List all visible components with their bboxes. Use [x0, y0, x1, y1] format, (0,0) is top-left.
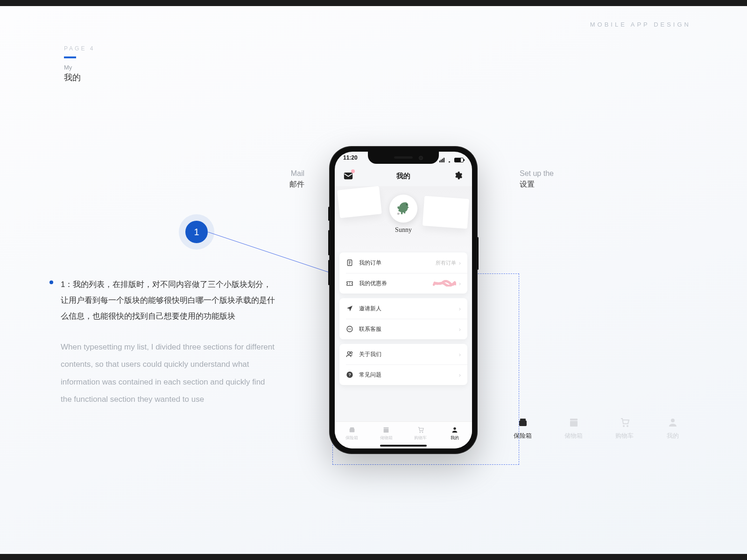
cart-icon: [416, 426, 425, 434]
page-number: PAGE 4: [64, 45, 95, 52]
about-icon: [346, 350, 353, 358]
ext-tab-label: 购物车: [615, 432, 634, 440]
svg-point-9: [348, 329, 349, 329]
battery-icon: [454, 158, 464, 162]
chevron-right-icon: ›: [459, 371, 461, 378]
letterbox-bottom: [0, 554, 747, 560]
page-divider: [64, 56, 76, 58]
chevron-right-icon: ›: [459, 351, 461, 358]
locker-icon: [382, 426, 390, 434]
row-label: 常见问题: [359, 371, 459, 379]
list-row[interactable]: ?常见问题›: [339, 364, 467, 385]
order-icon: [346, 259, 353, 266]
device-frame: 11:20 我的 Sunn: [329, 146, 478, 454]
device-button: [328, 230, 330, 255]
annotation-badge: 1: [185, 221, 208, 243]
profile-icon: [451, 426, 459, 434]
avatar[interactable]: [389, 195, 417, 223]
letterbox-top: [0, 0, 747, 6]
home-indicator: [380, 445, 427, 447]
page-meta: PAGE 4 My 我的: [64, 45, 95, 83]
list-row[interactable]: 邀请新人›: [339, 298, 467, 319]
callout-mail: Mail 邮件: [276, 169, 304, 189]
tab-label: 储物箱: [380, 435, 393, 441]
svg-rect-16: [349, 428, 354, 432]
device-screen: 11:20 我的 Sunn: [335, 152, 472, 448]
annotation-number: 1: [194, 227, 199, 238]
tab-cart-icon[interactable]: 购物车: [403, 422, 438, 445]
dinosaur-icon: [395, 200, 411, 217]
page-title-en: My: [64, 64, 95, 71]
faq-icon: ?: [346, 371, 353, 378]
list-row[interactable]: 联系客服›: [339, 319, 467, 339]
design-canvas: MOBILE APP DESIGN PAGE 4 My 我的 Mail 邮件 S…: [0, 6, 747, 554]
bullet-icon: [49, 280, 53, 284]
scribble-icon: [433, 280, 456, 287]
cart-icon: [618, 417, 631, 428]
svg-point-28: [627, 425, 628, 427]
tab-safe-icon[interactable]: 保险箱: [335, 422, 369, 445]
svg-point-12: [347, 352, 350, 354]
ext-tab-label: 储物箱: [564, 432, 583, 440]
settings-icon[interactable]: [453, 171, 464, 181]
callout-mail-cn: 邮件: [276, 180, 304, 189]
svg-point-20: [419, 432, 421, 433]
svg-point-22: [454, 427, 456, 429]
device-button: [477, 237, 479, 270]
row-label: 我的订单: [359, 259, 436, 267]
list-row[interactable]: 我的订单所有订单›: [339, 252, 467, 273]
header-label: MOBILE APP DESIGN: [590, 21, 691, 28]
svg-point-27: [623, 425, 625, 427]
chevron-right-icon: ›: [459, 305, 461, 312]
svg-line-0: [208, 232, 348, 279]
chevron-right-icon: ›: [459, 326, 461, 333]
svg-rect-18: [384, 429, 389, 433]
ext-tab-label: 我的: [667, 432, 679, 440]
wifi-icon: [446, 158, 452, 162]
tab-label: 购物车: [414, 435, 427, 441]
svg-rect-19: [384, 427, 389, 428]
list-group: 邀请新人›联系客服›: [339, 298, 467, 339]
annotation-cn-text: 1：我的列表，在排版时，对不同内容做了三个小版块划分，让用户看到每一个版块的能够…: [61, 280, 275, 321]
svg-rect-26: [570, 419, 578, 420]
mail-icon[interactable]: [343, 171, 353, 181]
chevron-right-icon: ›: [459, 280, 461, 287]
device-notch: [368, 152, 439, 164]
nav-title: 我的: [396, 172, 410, 181]
status-time: 11:20: [343, 154, 358, 166]
external-tab-bar: 保险箱储物箱购物车我的: [514, 417, 679, 440]
list-row[interactable]: 关于我们›: [339, 344, 467, 364]
svg-point-21: [422, 432, 423, 433]
safe-icon: [516, 417, 529, 428]
callout-settings: Set up the 设置: [520, 169, 554, 189]
tab-locker-icon[interactable]: 储物箱: [369, 422, 404, 445]
svg-rect-17: [350, 427, 354, 428]
row-aux: 所有订单: [436, 259, 456, 266]
svg-point-10: [349, 329, 350, 329]
svg-point-2: [406, 204, 407, 205]
svg-point-11: [351, 329, 352, 329]
svg-text:?: ?: [348, 372, 351, 377]
list-group: 关于我们›?常见问题›: [339, 344, 467, 385]
callout-settings-cn: 设置: [520, 180, 554, 189]
page-title-cn: 我的: [64, 72, 95, 83]
tab-label: 保险箱: [345, 435, 358, 441]
locker-icon: [567, 417, 580, 428]
annotation-leader-line: [208, 232, 348, 279]
tab-bar: 保险箱储物箱购物车我的: [335, 421, 472, 448]
device-button: [328, 260, 330, 285]
ext-tab-profile-icon[interactable]: 我的: [666, 417, 679, 440]
annotation-description: 1：我的列表，在排版时，对不同内容做了三个小版块划分，让用户看到每一个版块的能够…: [61, 277, 275, 408]
ext-tab-locker-icon[interactable]: 储物箱: [564, 417, 583, 440]
ext-tab-label: 保险箱: [514, 432, 532, 440]
annotation-cn: 1：我的列表，在排版时，对不同内容做了三个小版块划分，让用户看到每一个版块的能够…: [61, 277, 275, 324]
profile-icon: [666, 417, 679, 428]
row-label: 邀请新人: [359, 305, 459, 313]
chevron-right-icon: ›: [459, 259, 461, 266]
settings-list: 我的订单所有订单›我的优惠券›邀请新人›联系客服›关于我们›?常见问题›: [339, 252, 467, 421]
tab-profile-icon[interactable]: 我的: [438, 422, 472, 445]
ext-tab-safe-icon[interactable]: 保险箱: [514, 417, 532, 440]
ext-tab-cart-icon[interactable]: 购物车: [615, 417, 634, 440]
notification-dot-icon: [351, 169, 355, 173]
list-row[interactable]: 我的优惠券›: [339, 273, 467, 294]
